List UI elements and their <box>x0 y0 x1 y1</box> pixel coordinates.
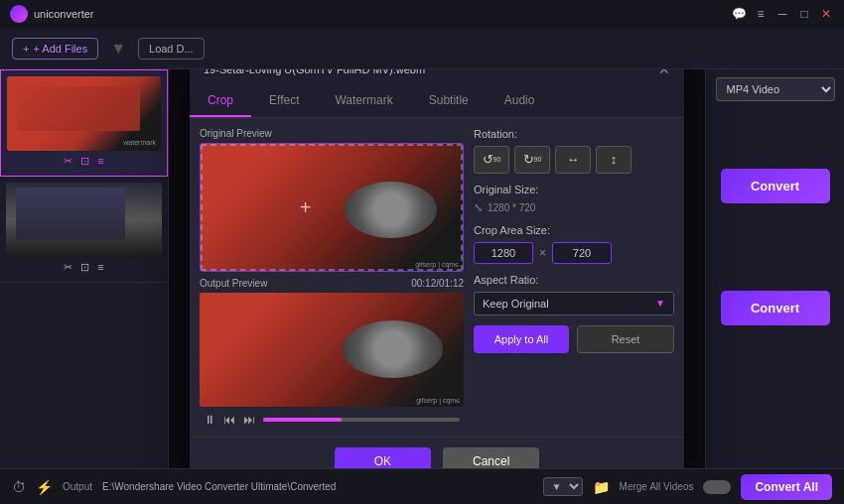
flash-icon[interactable]: ⚡ <box>36 479 53 495</box>
modal-close-button[interactable]: ✕ <box>658 69 670 77</box>
convert-button-1[interactable]: Convert <box>721 169 830 203</box>
playback-controls: ⏸ ⏮ ⏭ <box>200 413 464 427</box>
thumb-person-image <box>6 183 162 257</box>
preview-watermark-orig: gifserp | cqm≤ <box>415 261 459 268</box>
progress-fill <box>263 418 342 422</box>
close-icon[interactable]: ✕ <box>818 7 834 21</box>
crop-icon-2[interactable]: ⊡ <box>80 261 89 274</box>
file-thumbnail-2 <box>6 183 162 257</box>
bottom-bar: ⏱ ⚡ Output E:\Wondershare Video Converte… <box>0 468 844 504</box>
output-timestamp: 00:12/01:12 <box>411 278 464 289</box>
file-thumbnail-1: watermark <box>7 76 161 151</box>
flip-vertical-button[interactable]: ↕ <box>596 146 632 174</box>
format-dropdown[interactable]: MP4 Video <box>716 77 835 101</box>
title-bar-left: uniconverter <box>10 5 94 23</box>
modal-title-bar: 19-Setar-Loving U(GomTV FullHD MV).webm … <box>190 69 684 85</box>
cancel-button[interactable]: Cancel <box>443 447 539 469</box>
apply-to-all-button[interactable]: Apply to All <box>474 325 569 353</box>
crop-overlay <box>201 144 463 271</box>
plus-icon: + <box>23 43 29 55</box>
title-bar: uniconverter 💬 ≡ ─ □ ✕ <box>0 0 844 28</box>
rotation-group: Rotation: ↺90 ↻90 ↔ ↕ <box>474 128 674 174</box>
file-list: 19- watermark ✂ ⊡ ≡ 20- <box>0 69 169 468</box>
rotation-label: Rotation: <box>474 128 674 140</box>
pause-button[interactable]: ⏸ <box>204 413 215 427</box>
action-buttons: Apply to All Reset <box>474 325 674 353</box>
maximize-icon[interactable]: □ <box>796 7 812 21</box>
crop-icon[interactable]: ⊡ <box>80 155 89 168</box>
aspect-ratio-dropdown[interactable]: Keep Original ▼ <box>474 292 674 315</box>
center-area: 19-Setar-Loving U(GomTV FullHD MV).webm … <box>169 69 705 468</box>
preview-section: Original Preview + gifserp | cqm≤ <box>200 128 464 427</box>
toolbar: + + Add Files ▼ Load D... <box>0 28 844 69</box>
scissors-icon-2[interactable]: ✂ <box>64 261 72 274</box>
app-name: uniconverter <box>34 8 94 20</box>
tab-watermark[interactable]: Watermark <box>317 85 410 117</box>
menu-icon[interactable]: ≡ <box>753 7 769 21</box>
chat-icon[interactable]: 💬 <box>731 7 747 21</box>
aspect-ratio-group: Aspect Ratio: Keep Original ▼ <box>474 274 674 315</box>
minimize-icon[interactable]: ─ <box>774 7 790 21</box>
app-logo <box>10 5 28 23</box>
convert-button-2[interactable]: Convert <box>721 291 830 325</box>
crop-separator: × <box>539 246 546 260</box>
ok-button[interactable]: OK <box>335 447 431 469</box>
output-label: Output <box>63 481 92 492</box>
right-panel: MP4 Video Convert Convert <box>705 69 844 468</box>
output-preview-box: gifserp | cqm≤ <box>200 293 464 407</box>
controls-section: Rotation: ↺90 ↻90 ↔ ↕ Original S <box>474 128 674 427</box>
rotate-left-button[interactable]: ↺90 <box>474 146 509 174</box>
content-area: 19- watermark ✂ ⊡ ≡ 20- <box>0 69 844 468</box>
folder-icon[interactable]: 📁 <box>593 479 610 495</box>
tab-effect[interactable]: Effect <box>251 85 317 117</box>
rotate-right-button[interactable]: ↻90 <box>514 146 550 174</box>
tab-subtitle[interactable]: Subtitle <box>411 85 487 117</box>
file-item-2[interactable]: 20- ✂ ⊡ ≡ <box>0 177 168 283</box>
thumb-car-image: watermark <box>7 76 161 151</box>
file-controls-1: ✂ ⊡ ≡ <box>7 151 161 170</box>
original-preview-box: + gifserp | cqm≤ <box>200 143 464 272</box>
output-preview-label: Output Preview <box>200 278 267 289</box>
timer-icon[interactable]: ⏱ <box>12 479 26 495</box>
modal-footer: OK Cancel <box>190 437 684 469</box>
original-preview-image: + gifserp | cqm≤ <box>201 144 463 271</box>
original-size-group: Original Size: ⤡ 1280 * 720 <box>474 184 674 214</box>
scissors-icon[interactable]: ✂ <box>64 155 72 168</box>
output-path-dropdown[interactable]: ▼ <box>543 477 583 496</box>
modal-body: Original Preview + gifserp | cqm≤ <box>190 118 684 437</box>
progress-bar[interactable] <box>263 418 460 422</box>
prev-button[interactable]: ⏮ <box>223 413 235 427</box>
next-button[interactable]: ⏭ <box>243 413 255 427</box>
dropdown-arrow-icon: ▼ <box>655 298 665 309</box>
crop-modal: 19-Setar-Loving U(GomTV FullHD MV).webm … <box>190 69 684 468</box>
settings-icon-2[interactable]: ≡ <box>97 261 103 274</box>
file-item-1[interactable]: 19- watermark ✂ ⊡ ≡ <box>0 69 168 177</box>
crop-area-group: Crop Area Size: × <box>474 224 674 264</box>
rotation-buttons: ↺90 ↻90 ↔ ↕ <box>474 146 674 174</box>
file-controls-2: ✂ ⊡ ≡ <box>6 257 162 276</box>
merge-toggle[interactable] <box>703 480 731 494</box>
modal-title: 19-Setar-Loving U(GomTV FullHD MV).webm <box>204 69 425 75</box>
add-files-button[interactable]: + + Add Files <box>12 38 98 60</box>
tab-audio[interactable]: Audio <box>487 85 553 117</box>
modal-tabs: Crop Effect Watermark Subtitle Audio <box>190 85 684 118</box>
crop-area-label: Crop Area Size: <box>474 224 674 236</box>
tab-crop[interactable]: Crop <box>190 85 251 117</box>
crop-width-input[interactable] <box>474 242 533 264</box>
load-button[interactable]: Load D... <box>138 38 205 60</box>
convert-all-button[interactable]: Convert All <box>741 474 832 500</box>
flip-horizontal-button[interactable]: ↔ <box>555 146 591 174</box>
modal-overlay: 19-Setar-Loving U(GomTV FullHD MV).webm … <box>169 69 705 468</box>
settings-icon[interactable]: ≡ <box>97 155 103 168</box>
output-preview-image: gifserp | cqm≤ <box>200 293 464 407</box>
merge-all-label: Merge All Videos <box>620 481 694 492</box>
app-body: + + Add Files ▼ Load D... 19- watermark … <box>0 28 844 504</box>
output-path: E:\Wondershare Video Converter Ultimate\… <box>102 481 533 492</box>
crop-height-input[interactable] <box>552 242 612 264</box>
original-preview-label: Original Preview <box>200 128 464 139</box>
aspect-ratio-value: Keep Original <box>483 298 549 310</box>
aspect-ratio-label: Aspect Ratio: <box>474 274 674 286</box>
original-size-value: ⤡ 1280 * 720 <box>474 201 674 214</box>
preview-watermark-out: gifserp | cqm≤ <box>416 397 460 404</box>
reset-button[interactable]: Reset <box>577 325 674 353</box>
